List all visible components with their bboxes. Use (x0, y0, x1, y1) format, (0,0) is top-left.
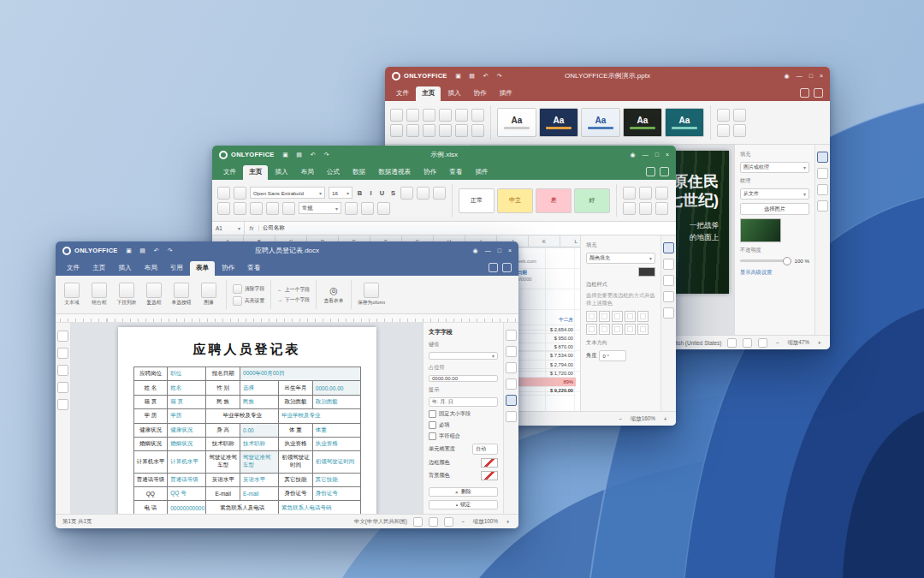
language-indicator[interactable]: 中文(中华人民共和国) (354, 518, 407, 526)
chart-settings-icon[interactable] (663, 275, 674, 286)
percent-style-icon[interactable] (345, 202, 358, 215)
spellcheck-icon[interactable] (413, 517, 423, 527)
cell[interactable]: $ 7,534.00 (518, 351, 576, 360)
feedback-icon[interactable] (660, 167, 669, 176)
key-select[interactable]: ▾ (429, 352, 498, 360)
cell[interactable]: $ 2,794.00 (518, 360, 576, 368)
bold-button[interactable]: B (356, 189, 364, 197)
tab-collaboration[interactable]: 协作 (216, 261, 240, 276)
zoom-tool-icon[interactable] (733, 124, 746, 137)
table-settings-icon[interactable] (663, 259, 674, 270)
copy-icon[interactable] (234, 187, 246, 200)
comb-checkbox[interactable]: 字符组合 (429, 432, 498, 440)
image-settings-icon[interactable] (663, 291, 674, 302)
cell[interactable]: 政治面貌 (312, 395, 360, 408)
clear-fields-button[interactable]: 清除字段 (233, 284, 264, 294)
feedback-icon[interactable] (502, 263, 512, 272)
shape-fill-icon[interactable] (471, 124, 484, 137)
maximize-button[interactable]: □ (655, 152, 659, 158)
wrap-text-icon[interactable] (266, 202, 279, 215)
share-icon[interactable] (646, 167, 655, 176)
view-form-button[interactable]: ◎查看表单 (323, 285, 345, 305)
strikethrough-button[interactable]: S (389, 189, 397, 197)
tab-file[interactable]: 文件 (390, 86, 415, 101)
reset-slide-icon[interactable] (423, 109, 435, 122)
cell[interactable]: 职位 (168, 367, 206, 381)
tab-layout[interactable]: 布局 (295, 165, 320, 180)
zoom-in-button[interactable]: + (815, 340, 823, 346)
border-none-button[interactable] (612, 324, 623, 335)
minimize-button[interactable]: — (797, 73, 803, 79)
sort-filter-icon[interactable] (623, 202, 636, 215)
fill-type-select[interactable]: 颜色填充 ▾ (586, 253, 655, 264)
border-outer-button[interactable] (599, 311, 610, 322)
cell[interactable]: QQ 号 (168, 487, 206, 501)
lock-field-button[interactable]: ▪锁定 (429, 500, 498, 509)
image-field-button[interactable]: 图像 (198, 283, 220, 307)
slide-settings-icon[interactable] (817, 152, 828, 163)
select-picture-button[interactable]: 选择图片 (740, 203, 809, 215)
cell-style-normal[interactable]: 正常 (459, 188, 495, 213)
cell[interactable]: 普通话等级 (168, 473, 206, 486)
tip-input[interactable]: 年. 月. 日 (429, 397, 498, 407)
print-icon[interactable]: ▤ (295, 152, 304, 158)
zoom-out-button[interactable]: − (773, 340, 781, 346)
font-color-icon[interactable] (400, 187, 413, 200)
cell[interactable]: 身份证号 (312, 487, 360, 501)
next-field-button[interactable]: →下一个字段 (277, 296, 310, 304)
merge-cells-icon[interactable] (282, 202, 295, 215)
zoom-in-button[interactable]: + (504, 519, 512, 525)
tab-collaboration[interactable]: 协作 (468, 86, 493, 101)
cell[interactable]: 其它技能 (312, 473, 360, 486)
image-settings-icon[interactable] (506, 362, 517, 373)
tab-view[interactable]: 查看 (443, 165, 468, 180)
comments-icon[interactable] (57, 382, 68, 393)
combo-box-button[interactable]: 组合框 (88, 283, 110, 307)
sparkline-settings-icon[interactable] (663, 307, 674, 319)
format-icon[interactable] (655, 187, 668, 200)
dropdown-field-button[interactable]: 下拉列表 (116, 283, 138, 307)
cell-style-neutral[interactable]: 中立 (497, 188, 533, 213)
align-left-icon[interactable] (217, 202, 230, 215)
tab-insert[interactable]: 插入 (441, 86, 466, 101)
cell-fill-icon[interactable] (417, 187, 429, 200)
tab-home[interactable]: 主页 (243, 165, 268, 180)
opacity-slider[interactable] (740, 259, 791, 262)
theme-tile[interactable]: Aa (623, 108, 662, 137)
cell[interactable]: 姓名 (168, 381, 206, 395)
add-slide-icon[interactable] (390, 109, 403, 122)
tab-data[interactable]: 数据 (346, 165, 371, 180)
font-size-select[interactable]: 16 ▾ (329, 187, 352, 199)
radio-field-button[interactable]: 单选按钮 (170, 283, 192, 307)
cell[interactable]: 籍 贯 (168, 395, 206, 408)
zoom-level[interactable]: 缩放100% (473, 518, 498, 526)
font-name-select[interactable]: Open Sans Extrabold ▾ (250, 187, 325, 199)
cell[interactable]: 0000.00.00 (312, 381, 360, 395)
user-icon[interactable]: ◉ (473, 247, 478, 254)
theme-tile[interactable]: Aa (665, 108, 704, 137)
shape-gallery-icon[interactable] (439, 124, 452, 137)
insert-function-icon[interactable]: fx (245, 225, 259, 231)
currency-style-icon[interactable] (361, 202, 374, 215)
zoom-out-button[interactable]: − (459, 519, 467, 525)
header-footer-settings-icon[interactable] (506, 378, 517, 390)
print-icon[interactable]: ▤ (139, 247, 147, 254)
clear-icon[interactable] (655, 202, 668, 215)
angle-input[interactable]: 0 ° (599, 350, 626, 361)
tab-formula[interactable]: 公式 (321, 165, 346, 180)
shape-settings-icon[interactable] (817, 168, 828, 179)
user-icon[interactable]: ◉ (785, 73, 790, 80)
horizontal-ruler[interactable] (56, 314, 518, 323)
borders-icon[interactable] (433, 187, 446, 200)
bold-icon[interactable] (439, 109, 452, 122)
border-bottom-button[interactable] (599, 324, 610, 335)
cell[interactable]: $ 1,720.00 (518, 369, 576, 378)
border-right-button[interactable] (637, 311, 649, 322)
close-button[interactable]: × (666, 152, 669, 158)
cell[interactable]: $ 870.00 (518, 343, 576, 351)
document-page[interactable]: 应聘人员登记表 应聘岗位职位报名日期0000年00月00日姓 名姓名性 别选择出… (118, 327, 376, 514)
cell[interactable]: 选择 (240, 381, 279, 395)
align-left-icon[interactable] (406, 124, 419, 137)
theme-tile[interactable]: Aa (539, 108, 578, 137)
save-as-oform-button[interactable]: 保存为oform (358, 283, 385, 307)
